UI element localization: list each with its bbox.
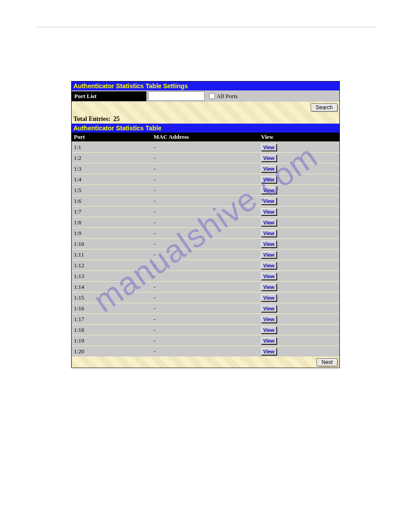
cell-mac: - [151,303,259,314]
table-row: 1:18-View [72,325,339,335]
cell-port: 1:20 [72,346,151,357]
port-list-input[interactable] [148,91,205,101]
cell-view: View [259,174,339,185]
search-button[interactable]: Search [311,103,338,112]
total-entries-value: 25 [113,116,120,122]
table-row: 1:16-View [72,303,339,314]
cell-mac: - [151,335,259,346]
cell-mac: - [151,282,259,292]
cell-port: 1:16 [72,303,151,314]
table-row: 1:6-View [72,196,339,206]
cell-port: 1:18 [72,325,151,335]
cell-port: 1:12 [72,260,151,271]
cell-view: View [259,217,339,228]
view-button[interactable]: View [261,230,277,237]
cell-view: View [259,153,339,163]
col-port-header: Port [72,133,151,142]
table-row: 1:14-View [72,282,339,292]
view-button[interactable]: View [261,337,277,344]
view-button[interactable]: View [261,283,277,291]
port-list-input-cell [146,90,206,102]
cell-mac: - [151,185,259,196]
table-row: 1:11-View [72,249,339,260]
view-button[interactable]: View [261,294,277,301]
cell-port: 1:10 [72,239,151,249]
cell-port: 1:1 [72,142,151,153]
cell-view: View [259,185,339,196]
table-row: 1:17-View [72,314,339,325]
cell-mac: - [151,292,259,303]
table-row: 1:7-View [72,206,339,217]
view-button[interactable]: View [261,187,277,194]
footer-row: Next [72,356,339,368]
table-row: 1:13-View [72,271,339,282]
cell-mac: - [151,346,259,357]
table-row: 1:9-View [72,228,339,239]
view-button[interactable]: View [261,208,277,215]
settings-title-bar: Authenticator Statistics Table Settings [72,82,339,90]
cell-view: View [259,314,339,325]
cell-mac: - [151,174,259,185]
cell-mac: - [151,153,259,163]
all-ports-label: All Ports [217,93,238,100]
cell-port: 1:11 [72,249,151,260]
cell-view: View [259,271,339,282]
settings-bar: Port List All Ports [72,90,339,102]
table-row: 1:2-View [72,153,339,163]
view-button[interactable]: View [261,176,277,183]
cell-mac: - [151,260,259,271]
cell-port: 1:17 [72,314,151,325]
view-button[interactable]: View [261,305,277,312]
statistics-table: Port MAC Address View 1:1-View1:2-View1:… [72,133,339,356]
col-mac-header: MAC Address [151,133,259,142]
cell-mac: - [151,249,259,260]
cell-view: View [259,206,339,217]
total-entries-label: Total Entries: [73,116,110,122]
table-row: 1:19-View [72,335,339,346]
view-button[interactable]: View [261,273,277,280]
cell-view: View [259,260,339,271]
cell-view: View [259,142,339,153]
cell-mac: - [151,228,259,239]
total-entries-row: Total Entries: 25 [72,113,339,124]
view-button[interactable]: View [261,262,277,269]
col-view-header: View [259,133,339,142]
view-button[interactable]: View [261,326,277,334]
cell-view: View [259,239,339,249]
cell-mac: - [151,196,259,206]
table-row: 1:3-View [72,163,339,174]
cell-port: 1:3 [72,163,151,174]
next-button[interactable]: Next [317,358,338,366]
all-ports-checkbox[interactable] [209,93,215,99]
cell-port: 1:15 [72,292,151,303]
cell-mac: - [151,314,259,325]
view-button[interactable]: View [261,154,277,162]
table-row: 1:20-View [72,346,339,357]
cell-view: View [259,163,339,174]
view-button[interactable]: View [261,251,277,258]
view-button[interactable]: View [261,240,277,248]
port-list-label: Port List [72,91,146,101]
cell-mac: - [151,271,259,282]
table-row: 1:10-View [72,239,339,249]
cell-port: 1:5 [72,185,151,196]
cell-view: View [259,346,339,357]
cell-view: View [259,249,339,260]
cell-mac: - [151,239,259,249]
cell-view: View [259,335,339,346]
view-button[interactable]: View [261,165,277,172]
view-button[interactable]: View [261,144,277,151]
cell-port: 1:2 [72,153,151,163]
statistics-panel: manualshive.com Authenticator Statistics… [71,81,340,368]
cell-view: View [259,325,339,335]
cell-port: 1:9 [72,228,151,239]
view-button[interactable]: View [261,348,277,355]
cell-mac: - [151,142,259,153]
view-button[interactable]: View [261,197,277,205]
cell-mac: - [151,163,259,174]
view-button[interactable]: View [261,316,277,323]
cell-port: 1:14 [72,282,151,292]
cell-view: View [259,303,339,314]
cell-view: View [259,196,339,206]
view-button[interactable]: View [261,219,277,226]
